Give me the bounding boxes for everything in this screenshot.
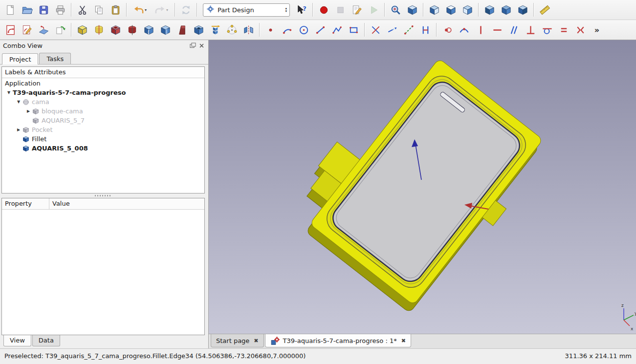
line-button[interactable] [312,21,329,38]
groove-button[interactable] [124,21,140,38]
combo-view-header: Combo View [0,40,208,51]
chamfer-button[interactable] [157,21,174,38]
view-front-button[interactable] [426,1,442,18]
measure-button[interactable] [536,1,553,18]
polyline-button[interactable] [329,21,345,38]
polar-pattern-button[interactable] [223,21,240,38]
float-panel-icon[interactable] [189,42,197,49]
close-tab-icon[interactable]: ✖ [401,338,406,344]
print-button[interactable] [52,1,68,18]
create-sketch-button[interactable] [2,21,19,38]
3d-view[interactable]: z y x [209,40,636,334]
revolution-button[interactable] [90,21,107,38]
circle-button[interactable] [295,21,312,38]
view-top-button[interactable] [442,1,459,18]
document-tab-start-page[interactable]: Start page✖ [211,334,264,347]
dropdown-arrow-icon[interactable]: ▾ [166,8,168,12]
view-rear-button[interactable] [481,1,498,18]
macro-edit-button[interactable] [349,1,365,18]
tab-tasks[interactable]: Tasks [39,53,71,64]
view-right-button[interactable] [459,1,476,18]
tab-data[interactable]: Data [32,335,60,346]
point-button[interactable] [262,21,279,38]
constraint-parallel-button[interactable] [505,21,522,38]
dropdown-arrow-icon[interactable]: ▾ [145,8,147,12]
tab-project[interactable]: Project [2,53,38,64]
view-bottom-button[interactable] [498,1,514,18]
expander-icon[interactable]: ▼ [15,100,22,104]
arc-button[interactable] [279,21,295,38]
toolbar-overflow-button[interactable]: » [589,21,605,38]
undo-button[interactable]: ▾ [129,1,151,18]
tree-item-fillet[interactable]: Fillet [2,134,204,144]
geo-arc-icon [282,24,293,36]
tree-item-bloque-cama[interactable]: ▶bloque-cama [2,107,204,116]
expander-icon[interactable]: ▼ [5,90,13,95]
rectangle-button[interactable] [345,21,362,38]
close-tab-icon[interactable]: ✖ [254,338,258,344]
tree-item-aquaris-5-008[interactable]: AQUARIS_5_008 [2,144,204,153]
redo-button[interactable]: ▾ [151,1,172,18]
draft-button[interactable] [174,21,190,38]
tree-item-pocket[interactable]: ▶Pocket [2,125,204,134]
panel-splitter[interactable] [1,193,205,198]
whats-this-button[interactable]: ? [293,1,310,18]
expander-icon[interactable]: ▶ [24,109,32,113]
mirrored-button[interactable] [240,21,257,38]
tab-view[interactable]: View [3,335,31,346]
fillet-button[interactable] [140,21,157,38]
macro-record-button[interactable] [315,1,332,18]
close-panel-icon[interactable] [198,42,205,49]
tree-item-cama[interactable]: ▼cama [2,97,204,107]
expander-icon[interactable]: ▶ [15,128,22,132]
carbon-copy-button[interactable] [417,21,434,38]
open-document-button[interactable] [19,1,35,18]
constraint-point-on-object-button[interactable] [456,21,472,38]
constraint-horizontal-button[interactable] [489,21,505,38]
linear-pattern-button[interactable] [207,21,223,38]
property-table-header: Property Value [2,198,204,210]
paste-button[interactable] [107,1,124,18]
save-document-button[interactable] [35,1,52,18]
property-editor[interactable] [2,210,204,335]
edit-sketch-button[interactable] [19,21,35,38]
document-tab-model[interactable]: T39-aquaris-5-7-cama-progreso : 1*✖ [265,334,411,347]
map-sketch-button[interactable] [35,21,52,38]
freecad-doc-icon [270,336,280,345]
file-new-icon [5,4,16,16]
workbench-selector[interactable]: Part Design▴▾ [203,3,290,17]
constraint-tangent-button[interactable] [539,21,555,38]
refresh-button[interactable] [177,1,194,18]
combo-spinner-icon[interactable]: ▴▾ [285,7,287,13]
thickness-button[interactable] [190,21,207,38]
macro-play-button[interactable] [365,1,382,18]
extend-button[interactable] [384,21,400,38]
property-column-header[interactable]: Property [2,198,49,209]
constraint-symmetric-button[interactable] [572,21,589,38]
view-axonometric-button[interactable] [404,1,420,18]
fit-all-button[interactable] [387,1,404,18]
constraint-coincident-button[interactable] [439,21,456,38]
trim-icon [370,24,381,36]
external-geometry-button[interactable] [400,21,417,38]
view-left-button[interactable] [514,1,531,18]
pad-button[interactable] [74,21,90,38]
stop-icon [335,4,346,16]
tree-item-aquaris-5-7[interactable]: AQUARIS_5_7 [2,116,204,125]
copy-button[interactable] [90,1,107,18]
reorient-sketch-button[interactable] [52,21,68,38]
macro-stop-button[interactable] [332,1,349,18]
value-column-header[interactable]: Value [49,198,204,209]
status-message: Preselected: T39_aquaris_5_7_cama_progre… [4,352,306,360]
c-perpendicular-icon [525,24,536,36]
geo-circle-icon [298,24,309,36]
cube-front-icon [429,4,440,16]
constraint-vertical-button[interactable] [472,21,489,38]
cut-button[interactable] [74,1,90,18]
pocket-button[interactable] [107,21,124,38]
trim-button[interactable] [367,21,384,38]
tree-item-t39-aquaris-5-7-cama-progreso[interactable]: ▼T39-aquaris-5-7-cama-progreso [2,88,204,97]
constraint-equal-button[interactable] [555,21,572,38]
constraint-perpendicular-button[interactable] [522,21,539,38]
new-document-button[interactable] [2,1,19,18]
